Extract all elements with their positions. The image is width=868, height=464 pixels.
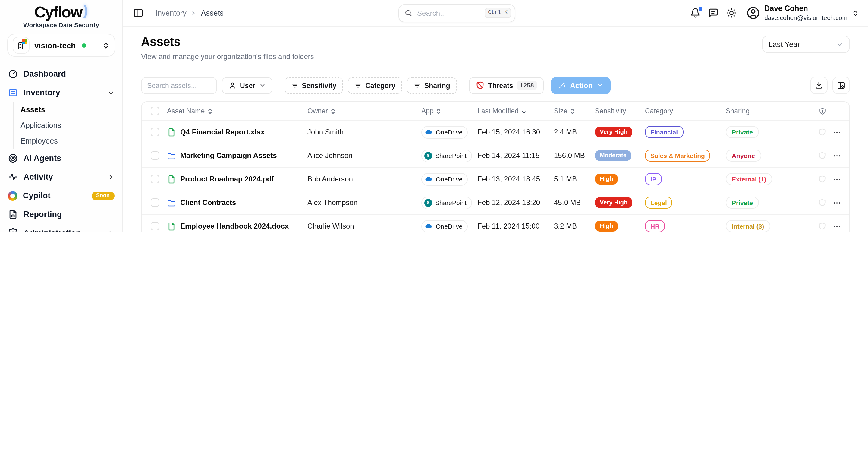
brand-name: Cyflow bbox=[34, 4, 82, 20]
size-cell: 5.1 MB bbox=[554, 175, 595, 183]
topbar: Inventory Assets Ctrl K Da bbox=[123, 0, 868, 27]
notifications-bell-icon[interactable] bbox=[690, 8, 701, 18]
sidebar-item-ai-agents[interactable]: AI Agents bbox=[8, 149, 115, 167]
sort-icon[interactable] bbox=[330, 107, 336, 114]
asset-name-cell[interactable]: Product Roadmap 2024.pdf bbox=[163, 175, 307, 184]
sidebar-item-activity[interactable]: Activity bbox=[8, 167, 115, 186]
asset-name-cell[interactable]: Employee Handbook 2024.docx bbox=[163, 222, 307, 230]
sharing-filter-button[interactable]: Sharing bbox=[407, 77, 457, 94]
col-sharing: Sharing bbox=[726, 107, 812, 115]
asset-name-cell[interactable]: Q4 Financial Report.xlsx bbox=[163, 127, 307, 136]
col-size[interactable]: Size bbox=[554, 107, 595, 115]
onedrive-logo-icon bbox=[424, 128, 433, 136]
topbar-user-email: dave.cohen@vision-tech.com bbox=[764, 14, 847, 22]
owner-cell: Bob Anderson bbox=[307, 175, 421, 183]
sort-desc-arrow-icon[interactable] bbox=[521, 107, 528, 114]
sharing-badge: Internal (3) bbox=[726, 220, 770, 232]
sharing-cell: Private bbox=[726, 196, 812, 209]
asset-name-cell[interactable]: Marketing Campaign Assets bbox=[163, 151, 307, 160]
topbar-user-name: Dave Cohen bbox=[764, 4, 847, 13]
size-cell: 3.2 MB bbox=[554, 222, 595, 230]
global-search-input[interactable] bbox=[416, 8, 481, 18]
search-icon bbox=[404, 9, 412, 17]
col-asset-name[interactable]: Asset Name bbox=[163, 107, 307, 115]
row-menu-button[interactable] bbox=[832, 127, 847, 136]
sidebar-toggle-icon[interactable] bbox=[132, 7, 145, 19]
breadcrumb-inventory[interactable]: Inventory bbox=[156, 9, 187, 17]
sharing-cell: Internal (3) bbox=[726, 220, 812, 232]
sort-icon[interactable] bbox=[570, 107, 575, 114]
category-filter-button[interactable]: Category bbox=[348, 77, 402, 94]
row-menu-button[interactable] bbox=[832, 151, 847, 160]
topbar-icons bbox=[690, 8, 737, 18]
sidebar-nav: Dashboard Inventory Assets Applications … bbox=[0, 64, 122, 232]
table-row: Client Contracts Alex Thompson s SharePo… bbox=[142, 190, 849, 214]
sidebar-item-employees[interactable]: Employees bbox=[21, 133, 115, 149]
activity-pulse-icon bbox=[8, 172, 18, 182]
select-all-checkbox[interactable] bbox=[151, 107, 159, 115]
owner-cell: John Smith bbox=[307, 128, 421, 136]
modified-cell: Feb 14, 2024 11:15 bbox=[477, 151, 554, 160]
filter-toolbar: User Sensitivity Category Sharing bbox=[141, 76, 850, 94]
row-menu-button[interactable] bbox=[832, 222, 847, 230]
category-badge: Sales & Marketing bbox=[645, 150, 710, 162]
asset-name-cell[interactable]: Client Contracts bbox=[163, 198, 307, 207]
row-menu-button[interactable] bbox=[832, 198, 847, 207]
category-badge: Financial bbox=[645, 126, 683, 138]
row-checkbox[interactable] bbox=[151, 198, 159, 207]
time-range-select[interactable]: Last Year bbox=[762, 36, 850, 53]
sort-icon[interactable] bbox=[436, 107, 441, 114]
sidebar-item-label: Administration bbox=[24, 228, 81, 232]
col-app[interactable]: App bbox=[421, 107, 477, 115]
col-category: Category bbox=[645, 107, 726, 115]
threat-shield-icon bbox=[812, 175, 832, 183]
threats-filter-button[interactable]: Threats 1258 bbox=[469, 77, 544, 94]
sidebar-item-cypilot[interactable]: Cypilot Soon bbox=[8, 186, 115, 205]
chevron-down-icon bbox=[836, 41, 843, 48]
col-owner[interactable]: Owner bbox=[307, 107, 421, 115]
chevron-down-icon bbox=[259, 82, 266, 89]
row-menu-button[interactable] bbox=[832, 175, 847, 184]
app-root: Cyflow ) Workspace Data Security vision-… bbox=[0, 0, 868, 232]
col-last-modified[interactable]: Last Modified bbox=[477, 107, 554, 115]
row-checkbox[interactable] bbox=[151, 175, 159, 183]
col-threats-shield-icon bbox=[812, 107, 832, 115]
row-checkbox[interactable] bbox=[151, 222, 159, 230]
sidebar-item-applications[interactable]: Applications bbox=[21, 118, 115, 133]
sensitivity-filter-button[interactable]: Sensitivity bbox=[284, 77, 343, 94]
sidebar-item-administration[interactable]: Administration bbox=[8, 224, 115, 232]
sidebar-item-inventory[interactable]: Inventory bbox=[8, 83, 115, 102]
breadcrumb-assets: Assets bbox=[201, 9, 224, 17]
onedrive-logo-icon bbox=[424, 175, 433, 183]
download-button[interactable] bbox=[810, 76, 828, 94]
chat-icon[interactable] bbox=[708, 8, 718, 18]
asset-name: Q4 Financial Report.xlsx bbox=[180, 128, 265, 136]
columns-settings-button[interactable] bbox=[832, 76, 850, 94]
user-filter-button[interactable]: User bbox=[222, 77, 272, 94]
theme-sun-icon[interactable] bbox=[726, 8, 737, 18]
sidebar-item-dashboard[interactable]: Dashboard bbox=[8, 64, 115, 83]
app-label: OneDrive bbox=[436, 128, 463, 136]
chevron-down-icon[interactable] bbox=[107, 89, 115, 96]
filter-lines-icon bbox=[291, 82, 298, 89]
threat-shield-icon bbox=[812, 128, 832, 136]
sort-icon[interactable] bbox=[207, 107, 213, 114]
app-badge: s SharePoint bbox=[421, 196, 472, 209]
modified-cell: Feb 11, 2024 15:00 bbox=[477, 222, 554, 230]
sidebar-item-assets[interactable]: Assets bbox=[21, 102, 115, 118]
filter-lines-icon bbox=[413, 82, 421, 89]
action-button[interactable]: Action bbox=[551, 77, 611, 94]
row-checkbox[interactable] bbox=[151, 128, 159, 136]
global-search[interactable]: Ctrl K bbox=[398, 4, 516, 22]
org-switcher[interactable]: vision-tech bbox=[7, 34, 115, 57]
app-label: OneDrive bbox=[436, 176, 463, 183]
sharing-badge: Private bbox=[726, 196, 759, 209]
sidebar-item-reporting[interactable]: Reporting bbox=[8, 205, 115, 224]
assets-search-input[interactable] bbox=[141, 77, 217, 94]
org-status-dot bbox=[82, 43, 86, 47]
sidebar-item-label: Cypilot bbox=[23, 191, 51, 200]
topbar-user-menu[interactable]: Dave Cohen dave.cohen@vision-tech.com bbox=[746, 4, 859, 22]
chevrons-up-down-icon bbox=[102, 41, 110, 49]
row-checkbox[interactable] bbox=[151, 151, 159, 160]
onedrive-logo-icon bbox=[424, 222, 433, 230]
